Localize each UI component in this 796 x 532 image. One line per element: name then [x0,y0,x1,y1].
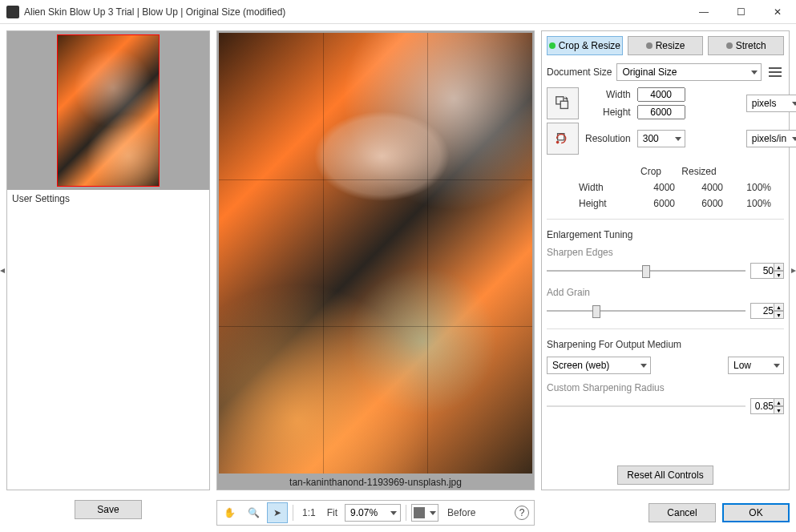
document-size-value: Original Size [622,66,677,78]
help-icon: ? [515,506,529,520]
reset-icon [554,130,572,147]
right-collapse-handle[interactable]: ▸ [790,260,796,280]
zoom-value: 9.07% [350,507,378,518]
slider-thumb[interactable] [592,305,600,318]
color-swatch-icon [414,507,425,518]
output-medium-select[interactable]: Screen (web) [547,357,651,374]
tab-resize-label: Resize [656,40,685,51]
maximize-button[interactable]: ☐ [722,0,759,24]
svg-point-2 [556,141,560,144]
app-icon [6,6,19,18]
background-color-select[interactable] [411,504,438,522]
add-grain-slider[interactable] [547,310,745,312]
resolution-units-value: pixels/in [752,133,786,144]
hand-tool[interactable]: ✋ [219,502,240,523]
height-percent-value: 100% [723,198,771,209]
sharpen-value-input[interactable] [750,263,774,279]
width-input[interactable] [637,87,685,102]
chevron-down-icon [390,511,397,515]
help-button[interactable]: ? [511,502,532,523]
spin-down[interactable]: ▼ [774,271,784,279]
tab-stretch-label: Stretch [736,40,766,51]
crop-grid-overlay [219,33,532,474]
resolution-value: 300 [643,133,659,144]
table-width-label: Width [579,182,627,193]
preview-toolbar: ✋ 🔍 ➤ 1:1 Fit 9.07% Before ? [216,500,535,526]
height-label: Height [585,107,631,118]
height-resized-value: 6000 [675,198,723,209]
sharpen-edges-spinner[interactable]: ▲▼ [750,263,784,279]
chevron-down-icon [430,511,436,515]
custom-radius-input[interactable] [750,398,774,414]
slider-thumb[interactable] [642,265,650,278]
cancel-label: Cancel [667,507,697,518]
preview-image [219,33,532,474]
width-crop-value: 4000 [627,182,675,193]
minimize-button[interactable]: — [685,0,722,24]
tab-resize[interactable]: Resize [628,36,704,55]
save-button[interactable]: Save [75,500,142,519]
height-crop-value: 6000 [627,198,675,209]
spin-down[interactable]: ▼ [774,406,784,414]
zoom-tool[interactable]: 🔍 [243,502,264,523]
canvas[interactable] [217,31,534,475]
ok-label: OK [749,507,762,518]
document-size-label: Document Size [547,66,612,78]
dimensions-table: CropResized Width 4000 4000 100% Height … [579,166,784,209]
sharpen-edges-label: Sharpen Edges [547,247,784,258]
output-level-select[interactable]: Low [728,357,784,374]
zoom-select[interactable]: 9.07% [345,504,401,522]
add-grain-spinner[interactable]: ▲▼ [750,303,784,319]
pointer-tool[interactable]: ➤ [267,502,288,523]
swap-icon [554,95,572,112]
chevron-down-icon [792,102,796,106]
reset-all-button[interactable]: Reset All Controls [617,466,713,485]
grain-value-input[interactable] [750,303,774,319]
reset-resolution-button[interactable] [547,123,579,155]
cancel-button[interactable]: Cancel [649,503,716,522]
custom-radius-spinner[interactable]: ▲▼ [750,398,784,414]
zoom-fit[interactable]: Fit [323,502,341,523]
width-label: Width [585,89,631,100]
tab-stretch[interactable]: Stretch [708,36,784,55]
spin-up[interactable]: ▲ [774,398,784,406]
status-dot-icon [549,42,556,49]
units-select[interactable]: pixels [746,95,796,112]
left-panel: User Settings [6,30,210,490]
status-dot-icon [726,42,733,49]
spin-down[interactable]: ▼ [774,311,784,319]
units-value: pixels [752,98,777,109]
width-percent-value: 100% [723,182,771,193]
sharpen-edges-slider[interactable] [547,270,745,272]
left-collapse-handle[interactable]: ◂ [0,260,6,280]
zoom-one-to-one[interactable]: 1:1 [298,502,320,523]
chevron-down-icon [792,137,796,141]
right-panel: Crop & Resize Resize Stretch Document Si… [541,30,790,490]
chevron-down-icon [751,71,758,75]
tab-crop-resize-label: Crop & Resize [559,40,620,51]
document-size-select[interactable]: Original Size [616,63,762,81]
height-input[interactable] [637,105,685,119]
resolution-select[interactable]: 300 [637,130,685,147]
before-toggle[interactable]: Before [442,502,481,523]
user-settings-label: User Settings [7,190,209,208]
thumbnail-image[interactable] [57,34,160,187]
resolution-label: Resolution [585,133,631,144]
custom-radius-slider [547,405,745,407]
width-resized-value: 4000 [675,182,723,193]
resolution-units-select[interactable]: pixels/in [746,130,796,147]
status-dot-icon [646,42,653,49]
ok-button[interactable]: OK [722,503,790,522]
crop-header: Crop [627,166,675,177]
output-medium-value: Screen (web) [552,360,609,371]
center-panel: tan-kaninthanond-1193969-unsplash.jpg [216,30,535,490]
close-button[interactable]: ✕ [759,0,796,24]
spin-up[interactable]: ▲ [774,303,784,311]
filename-label: tan-kaninthanond-1193969-unsplash.jpg [217,475,534,490]
tab-crop-resize[interactable]: Crop & Resize [547,36,623,55]
spin-up[interactable]: ▲ [774,263,784,271]
titlebar: Alien Skin Blow Up 3 Trial | Blow Up | O… [0,0,796,24]
preset-menu-button[interactable] [766,63,784,81]
window-title: Alien Skin Blow Up 3 Trial | Blow Up | O… [24,6,685,18]
swap-dimensions-button[interactable] [547,87,579,119]
